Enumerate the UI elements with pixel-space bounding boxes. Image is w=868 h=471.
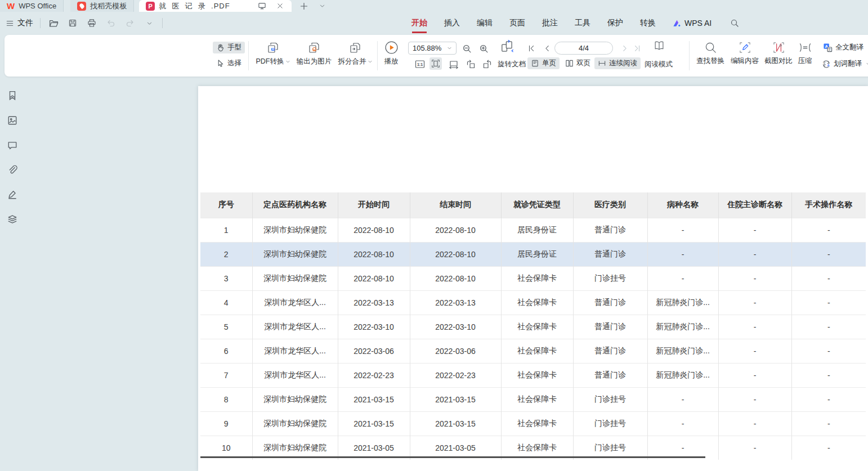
menu-convert[interactable]: 转换 [640,18,656,28]
undo-icon[interactable] [105,17,117,29]
table-cell: 2022-03-10 [410,315,501,339]
chevron-down-icon [368,59,373,64]
table-cell: - [718,266,791,290]
export-image-button[interactable]: 输出为图片 [294,41,334,66]
single-page-button[interactable]: 单页 [527,57,560,69]
svg-text:A: A [827,64,830,67]
menu-tools[interactable]: 工具 [575,18,590,28]
close-tab-icon[interactable] [274,0,287,13]
hand-tool-button[interactable]: 手型 [213,42,245,53]
comment-icon[interactable] [6,138,19,152]
word-translate-button[interactable]: 文A 划词翻译 [818,58,868,70]
table-cell: 社会保障卡 [501,315,573,339]
find-replace-icon [704,41,717,54]
menu-edit[interactable]: 编辑 [477,18,493,28]
tab-list-chevron-icon[interactable] [316,0,329,13]
new-tab-button[interactable] [297,0,311,13]
table-cell: 5 [200,315,252,339]
first-page-icon[interactable] [525,42,538,55]
table-cell: 社会保障卡 [501,266,573,290]
table-cell: 2021-03-15 [338,411,410,436]
one-to-one-label: 1:1 [417,62,423,66]
pdf-convert-icon: W [266,41,280,55]
full-translate-button[interactable]: A文 全文翻译 [820,42,867,53]
select-tool-label: 选择 [227,59,241,68]
menu-wps-ai[interactable]: WPS AI [673,19,712,28]
find-replace-button[interactable]: 查找替换 [692,41,728,66]
fit-page-button[interactable] [429,57,442,70]
compress-label: 压缩 [798,56,812,66]
next-page-icon[interactable] [619,42,631,55]
screenshot-compare-label: 截图对比 [764,56,793,66]
table-cell: 新冠肺炎门诊... [647,363,718,387]
screenshot-compare-icon [772,41,785,54]
continuous-read-button[interactable]: 连续阅读 [594,57,641,69]
svg-text:文: 文 [823,61,826,65]
split-merge-button[interactable]: 拆分合并 [335,41,375,66]
screenshot-compare-button[interactable]: 截图对比 [761,41,796,66]
tab-wps-office[interactable]: W WPS Office [0,0,64,12]
menu-insert[interactable]: 插入 [444,18,460,28]
table-cell: 2022-03-10 [338,315,410,339]
menu-home[interactable]: 开始 [411,18,427,28]
menu-search-icon[interactable] [728,17,741,29]
table-cell: 2022-03-13 [410,290,501,315]
rotate-left-button[interactable] [464,58,477,70]
read-mode-label[interactable]: 阅读模式 [645,60,673,69]
tab-docer[interactable]: 找稻壳模板 [70,0,134,12]
table-cell: 普通门诊 [573,242,647,266]
attachment-icon[interactable] [6,163,19,177]
zoom-select[interactable]: 105.88% [408,42,457,55]
table-cell: 2022-03-06 [338,339,410,363]
read-mode-book-icon[interactable] [653,40,665,52]
open-file-icon[interactable] [47,17,60,29]
prev-page-icon[interactable] [541,42,553,55]
menu-protect[interactable]: 保护 [607,18,623,28]
table-cell: 普通门诊 [573,218,647,242]
actual-size-button[interactable]: 1:1 [414,58,426,70]
table-row: 6深圳市龙华区人...2022-03-062022-03-06社会保障卡普通门诊… [200,339,866,363]
fit-page-icon [431,59,440,69]
hand-icon [216,43,225,52]
select-tool-button[interactable]: 选择 [213,57,245,69]
rotate-document-label[interactable]: 旋转文档 [498,60,526,69]
docer-icon [77,2,86,11]
undo-redo-chevron-icon[interactable] [143,17,155,29]
file-menu-button[interactable]: 文件 [6,18,33,28]
rotate-right-button[interactable] [481,58,494,70]
table-cell: 2 [200,242,252,266]
table-cell: 2021-03-15 [410,387,501,411]
play-button[interactable]: 播放 [383,41,400,66]
thumbnails-icon[interactable] [6,114,19,127]
table-cell: - [647,387,718,411]
table-cell: 2022-08-10 [410,242,501,266]
zoom-in-icon[interactable] [477,42,490,55]
table-cell: 社会保障卡 [501,387,573,411]
tab-document[interactable]: P 就 医 记 录 .PDF [139,0,292,12]
zoom-out-icon[interactable] [460,42,473,55]
menu-page[interactable]: 页面 [509,18,525,28]
table-cell: 普通门诊 [573,363,647,387]
layers-icon[interactable] [6,213,19,226]
page-number-input[interactable] [554,42,613,55]
compress-button[interactable]: 压缩 [793,41,817,66]
print-icon[interactable] [86,17,98,29]
menu-comment[interactable]: 批注 [542,18,558,28]
table-cell: - [718,363,791,387]
column-header: 医疗类别 [573,192,647,218]
table-cell: 普通门诊 [573,315,647,339]
edit-content-button[interactable]: 编辑内容 [727,41,762,66]
bookmark-icon[interactable] [6,89,19,102]
present-to-screen-icon[interactable] [256,0,269,13]
last-page-icon[interactable] [631,42,643,55]
signature-icon[interactable] [6,188,19,201]
pdf-convert-button[interactable]: W PDF转换 [253,41,293,66]
rotate-document-icon[interactable] [500,39,514,54]
redo-icon[interactable] [124,17,136,29]
fit-width-button[interactable] [448,58,460,70]
full-translate-label: 全文翻译 [835,43,863,52]
table-cell: 深圳市妇幼保健院 [252,242,338,266]
save-icon[interactable] [66,17,79,29]
cursor-icon [216,59,225,68]
compress-icon [799,41,812,54]
